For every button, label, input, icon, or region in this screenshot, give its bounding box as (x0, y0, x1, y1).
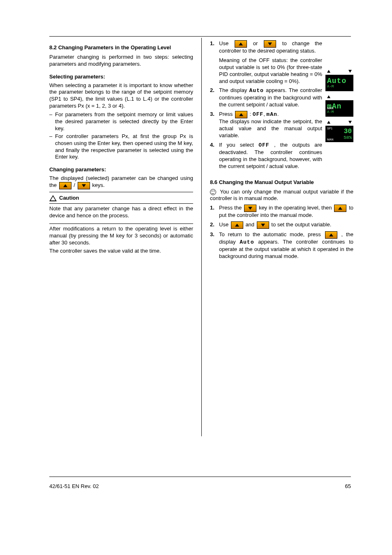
top-rule (49, 36, 351, 37)
right-column: Auto A-M mAn A-M MAN SP1 30 58% MAN (201, 38, 353, 436)
up-key-icon (235, 111, 247, 118)
up-key-icon (334, 205, 346, 212)
subhead-changing: Changing parameters: (49, 166, 193, 173)
bullet-2: – For controller parameters Px, at first… (49, 133, 193, 161)
para-intro: Parameter changing is performed in two s… (49, 54, 193, 68)
down-key-icon (257, 221, 269, 229)
display-values: SP1 30 58% MAN (325, 126, 353, 142)
display-auto: Auto A-M (325, 75, 353, 91)
section-heading-8-6: 8.6 Changing the Manual Output Variable (210, 179, 353, 186)
down-key-icon (78, 182, 90, 189)
step-1: 1. Use or to change the controller to th… (210, 40, 322, 55)
footer-docid: 42/61-51 EN Rev. 02 (49, 483, 99, 489)
seg-auto: Auto (249, 88, 264, 94)
display-stack: Auto A-M mAn A-M MAN SP1 30 58% MAN (325, 75, 353, 151)
tip-icon (210, 189, 216, 195)
bottom-rule (49, 477, 351, 477)
seg-off: OFF (258, 142, 269, 148)
display-man: mAn A-M MAN (325, 100, 353, 117)
caution-box: Caution Note that any parameter change h… (49, 195, 193, 224)
caution-body: Note that any parameter change has a dir… (49, 203, 193, 224)
down-key-icon (264, 40, 276, 48)
seg-auto-2: Auto (240, 239, 254, 245)
down-key-icon (244, 205, 256, 212)
para-after-1: After modifications a return to the oper… (49, 226, 193, 246)
step-b1: 1. Press the key in the operating level,… (210, 205, 353, 219)
tip-row: You can only change the manual output va… (210, 189, 353, 203)
seg-off: OFF (253, 112, 263, 118)
subhead-selecting: Selecting parameters: (49, 74, 193, 81)
caution-title: Caution (59, 195, 79, 202)
up-key-icon (59, 182, 71, 189)
up-key-icon (231, 221, 243, 229)
step-b2: 2. Use and to set the output variable. (210, 221, 353, 229)
up-key-icon (235, 40, 247, 48)
section-heading-8-2: 8.2 Changing Parameters in the Operating… (49, 44, 193, 51)
caution-triangle-icon (49, 195, 57, 201)
para-after-2: The controller saves the value valid at … (49, 248, 193, 255)
left-column: 8.2 Changing Parameters in the Operating… (49, 38, 201, 436)
para-selecting: When selecting a parameter it is importa… (49, 82, 193, 110)
step-4: 4. If you select OFF , the outputs are d… (210, 142, 322, 170)
step-2: 2. The display Auto appears. The control… (210, 87, 322, 108)
footer-page: 65 (345, 483, 351, 489)
seg-man: mAn (266, 112, 277, 118)
up-key-icon (325, 231, 337, 239)
para-changing: The displayed (selected) parameter can b… (49, 175, 193, 189)
step-3: 3. Press : OFF, mAn. The displays now in… (210, 111, 322, 139)
step-b3: 3. To return to the automatic mode, pres… (210, 231, 353, 260)
bullet-1: – For parameters from the setpoint memor… (49, 111, 193, 132)
